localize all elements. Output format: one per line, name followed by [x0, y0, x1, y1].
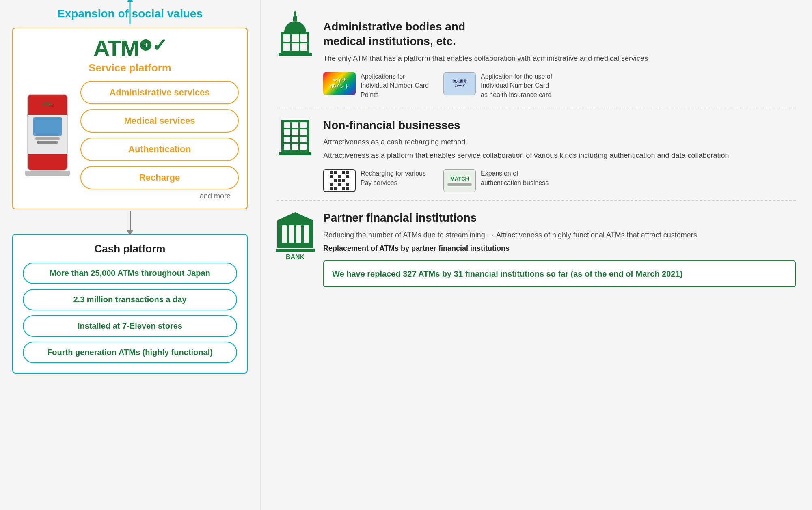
bank-base2-icon [276, 249, 315, 252]
window-icon [300, 137, 307, 142]
bank-column-icon [296, 225, 301, 243]
section-1-desc: The only ATM that has a platform that en… [323, 53, 796, 64]
section-1-item-2: 個人番号カード Application for the use of Indiv… [443, 72, 554, 99]
section-3-desc1: Reducing the number of ATMs due to strea… [323, 230, 796, 241]
atm-machine-illustration: ATM+ [21, 94, 74, 176]
recharge-btn[interactable]: Recharge [80, 166, 239, 189]
dome-icon [284, 21, 306, 32]
window-icon [300, 122, 307, 128]
window-icon [292, 129, 298, 135]
bank-column-icon [304, 225, 309, 243]
section-2-items: Recharging for various Pay services MATC… [277, 169, 796, 192]
cash-item-7eleven: Installed at 7-Eleven stores [23, 315, 237, 337]
administrative-services-btn[interactable]: Administrative services [80, 81, 239, 104]
section-3-header: BANK Partner financial institutions Redu… [277, 211, 796, 287]
plus-icon [140, 39, 151, 51]
atm-text: ATM [93, 37, 138, 60]
mid-arrow-icon [130, 211, 131, 231]
section-1-items: マイナポイント Applications for Individual Numb… [277, 72, 796, 99]
medical-services-btn[interactable]: Medical services [80, 109, 239, 133]
section-2-desc1: Attractiveness as a cash recharging meth… [323, 137, 796, 148]
office-building-icon [279, 120, 311, 155]
window-icon [292, 144, 298, 150]
atm-machine-screen [33, 117, 62, 136]
section-1-item-2-text: Application for the use of Individual Nu… [481, 72, 554, 99]
bank-column-icon [282, 225, 287, 243]
atm-machine-bottom [28, 154, 67, 170]
govt-icon [277, 19, 313, 56]
section-3-title: Partner financial institutions [323, 211, 796, 225]
section-2-item-2: MATCH Expansion of authentication busine… [443, 169, 554, 192]
window-icon [284, 129, 290, 135]
bank-building-icon: BANK [276, 212, 315, 261]
office-building-body-icon [281, 120, 309, 152]
section-3-text: Partner financial institutions Reducing … [323, 211, 796, 287]
office-icon [277, 118, 313, 155]
replacement-box: We have replaced 327 ATMs by 31 financia… [323, 260, 796, 287]
window-icon [300, 34, 307, 42]
authentication-btn[interactable]: Authentication [80, 138, 239, 161]
and-more-label: and more [200, 192, 231, 200]
government-building-icon [279, 21, 312, 56]
match-image: MATCH [443, 169, 476, 192]
bank-column-icon [289, 225, 294, 243]
window-icon [300, 129, 307, 135]
window-icon [283, 43, 290, 51]
window-icon [283, 34, 290, 42]
section-2-header: Non-financial businesses Attractiveness … [277, 118, 796, 164]
section-2-item-2-text: Expansion of authentication business [481, 169, 554, 187]
section-1-item-1: マイナポイント Applications for Individual Numb… [323, 72, 434, 99]
service-platform-label: Service platform [89, 62, 171, 74]
section-administrative: Administrative bodies and medical instit… [277, 10, 796, 108]
base-icon [279, 53, 312, 56]
cash-item-atm-count: More than 25,000 ATMs throughout Japan [23, 263, 237, 284]
window-icon [300, 144, 307, 150]
section-partner-financial: BANK Partner financial institutions Redu… [277, 201, 796, 301]
section-1-title-text: Administrative bodies and medical instit… [323, 20, 465, 47]
section-3-desc2: Replacement of ATMs by partner financial… [323, 243, 796, 254]
atm-machine-top: ATM+ [28, 95, 67, 115]
checkmark-icon: ✓ [152, 37, 166, 54]
bank-roof-icon [277, 212, 313, 220]
section-1-title: Administrative bodies and medical instit… [323, 19, 796, 49]
cash-platform-title: Cash platform [23, 243, 237, 255]
atm-machine-body: ATM+ [27, 94, 68, 171]
atm-logo: ATM✓ [93, 37, 166, 60]
right-panel: Administrative bodies and medical instit… [261, 0, 812, 510]
cash-item-transactions: 2.3 million transactions a day [23, 289, 237, 310]
left-panel: Expansion of social values ATM✓ Service … [0, 0, 260, 510]
cash-platform-box: Cash platform More than 25,000 ATMs thro… [12, 234, 248, 374]
section-1-header: Administrative bodies and medical instit… [277, 19, 796, 67]
atm-content-row: ATM+ Administrative services Medical ser… [21, 81, 239, 189]
window-icon [292, 122, 298, 128]
mapoint-image: マイナポイント [323, 72, 356, 95]
section-2-desc2: Attractiveness as a platform that enable… [323, 150, 796, 161]
section-2-title: Non-financial businesses [323, 118, 796, 133]
section-2-text: Non-financial businesses Attractiveness … [323, 118, 796, 164]
window-icon [300, 43, 307, 51]
building-body-icon [281, 32, 309, 53]
window-icon [284, 144, 290, 150]
mycard-image: 個人番号カード [443, 72, 476, 95]
window-icon [292, 43, 298, 51]
atm-machine-slot1 [35, 137, 60, 140]
section-1-item-1-text: Applications for Individual Number Card … [361, 72, 434, 99]
cash-item-generation: Fourth generation ATMs (highly functiona… [23, 342, 237, 363]
section-2-item-1: Recharging for various Pay services [323, 169, 434, 192]
bank-base1-icon [277, 245, 313, 248]
top-arrow-icon [130, 0, 131, 24]
atm-machine-slot2 [37, 141, 58, 144]
bank-frieze-icon [277, 220, 313, 224]
window-icon [292, 137, 298, 142]
bank-icon: BANK [277, 211, 313, 261]
section-nonfinancial: Non-financial businesses Attractiveness … [277, 108, 796, 201]
atm-service-box: ATM✓ Service platform ATM+ [12, 28, 248, 209]
office-base-icon [279, 152, 311, 155]
section-1-text: Administrative bodies and medical instit… [323, 19, 796, 67]
bank-columns-icon [277, 224, 313, 245]
atm-base [25, 171, 70, 176]
bank-label: BANK [286, 254, 304, 261]
window-icon [292, 34, 298, 42]
window-icon [284, 137, 290, 142]
window-icon [284, 122, 290, 128]
